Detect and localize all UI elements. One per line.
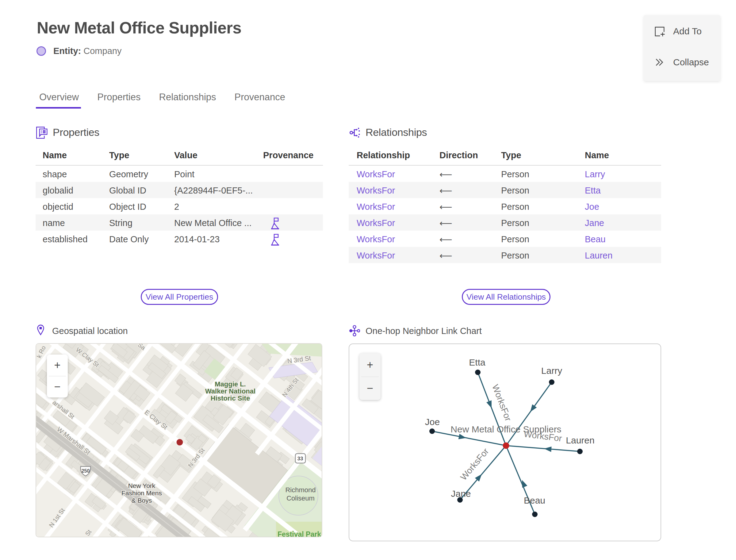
svg-text:WorksFor: WorksFor [458,446,491,482]
svg-text:Maggie L.: Maggie L. [215,380,246,388]
svg-text:WorksFor: WorksFor [490,383,513,423]
svg-text:Lauren: Lauren [566,435,594,445]
svg-text:Larry: Larry [541,366,562,376]
svg-text:33: 33 [297,456,303,462]
svg-text:Beau: Beau [524,495,545,505]
svg-text:Etta: Etta [469,357,485,367]
svg-text:250: 250 [82,468,90,474]
svg-text:Coliseum: Coliseum [286,494,315,502]
svg-text:Richmond: Richmond [285,486,316,494]
svg-text:Joe: Joe [425,417,440,427]
svg-text:Jane: Jane [451,489,471,499]
svg-text:Historic Site: Historic Site [211,394,250,402]
svg-text:Fashion Mens: Fashion Mens [121,489,162,497]
svg-text:Walker National: Walker National [205,387,255,395]
svg-text:New York: New York [128,482,155,489]
svg-text:Festival Park: Festival Park [278,530,321,537]
svg-text:& Boys: & Boys [132,497,152,504]
